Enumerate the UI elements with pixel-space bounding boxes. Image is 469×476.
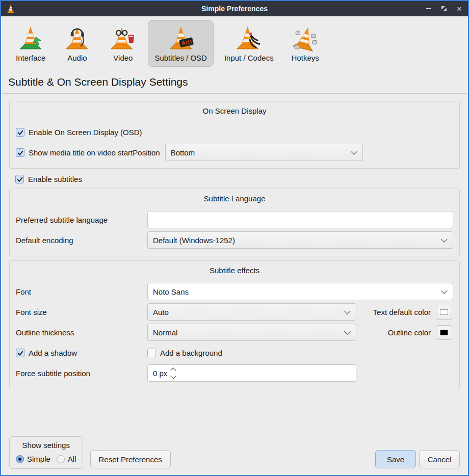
preferred-language-input[interactable] (147, 211, 453, 228)
reset-wrap: Reset Preferences (90, 450, 171, 469)
restore-icon (441, 6, 447, 12)
font-size-select[interactable]: Auto (147, 303, 356, 321)
cancel-button[interactable]: Cancel (419, 450, 460, 468)
osd-groupbox: On Screen Display Enable On Screen Displ… (9, 101, 460, 169)
add-background-label: Add a background (160, 349, 222, 357)
default-encoding-select[interactable]: Default (Windows-1252) (147, 231, 453, 249)
show-media-title-checkbox[interactable]: Show media title on video start (16, 148, 133, 157)
spin-down-icon (171, 373, 176, 379)
outline-color-label: Outline color (388, 328, 431, 337)
add-background-checkbox[interactable]: Add a background (147, 349, 222, 357)
tab-audio[interactable]: Audio (56, 20, 98, 67)
radio-simple-label: Simple (27, 455, 50, 463)
font-size-label: Font size (16, 308, 147, 316)
tab-label: Input / Codecs (224, 54, 274, 62)
tab-subtitles-osd[interactable]: A))) Subtitles / OSD (148, 20, 214, 67)
outline-thickness-row: Outline thickness Normal Outline color (16, 324, 453, 341)
enable-subtitles-label: Enable subtitles (28, 175, 82, 183)
show-media-title-label: Show media title on video start (29, 148, 133, 157)
font-size-row: Font size Auto Text default color (16, 303, 453, 321)
tab-input-codecs[interactable]: Input / Codecs (218, 20, 280, 67)
spin-up-icon (171, 367, 176, 373)
position-select[interactable]: Bottom (165, 144, 363, 161)
position-value: Bottom (171, 148, 349, 157)
tab-label: Video (113, 54, 133, 62)
radio-all[interactable]: All (57, 455, 76, 463)
text-color-picker-button[interactable] (436, 305, 452, 320)
window-controls: ✕ (425, 5, 463, 12)
spinner-arrows[interactable] (171, 368, 175, 378)
tab-label: Hotkeys (292, 54, 319, 62)
position-label: Position (133, 148, 160, 157)
add-shadow-checkbox[interactable]: Add a shadow (16, 349, 147, 357)
page-title: Subtitle & On Screen Display Settings (1, 69, 468, 93)
footer-bar: Show settings Simple All Reset Preferenc… (9, 436, 460, 475)
enable-osd-row: Enable On Screen Display (OSD) (16, 123, 453, 141)
show-settings-radios: Simple All (16, 455, 76, 463)
dialog-actions: Save Cancel (375, 450, 460, 469)
force-position-value: 0 px (153, 369, 167, 378)
chevron-down-icon (441, 287, 448, 294)
show-settings-groupbox: Show settings Simple All (9, 436, 83, 469)
input-codecs-cone-icon (234, 24, 263, 52)
force-position-spinbox[interactable]: 0 px (147, 364, 356, 382)
enable-subtitles-checkbox[interactable]: Enable subtitles (15, 175, 454, 183)
subtitle-language-groupbox: Subtitle Language Preferred subtitle lan… (9, 189, 460, 256)
default-encoding-row: Default encoding Default (Windows-1252) (16, 231, 453, 249)
window-title: Simple Preferences (1, 5, 468, 13)
media-title-row: Show media title on video start Position… (16, 144, 453, 161)
font-label: Font (16, 287, 147, 296)
subtitle-effects-title: Subtitle effects (16, 265, 453, 280)
close-button[interactable]: ✕ (456, 5, 463, 12)
outline-color-picker-button[interactable] (436, 325, 452, 340)
osd-group-title: On Screen Display (16, 105, 453, 120)
force-position-row: Force subtitle position 0 px (16, 364, 453, 382)
text-color-swatch (440, 309, 448, 315)
subtitles-cone-icon: A))) (167, 24, 195, 52)
font-value: Noto Sans (153, 287, 439, 296)
preferred-language-label: Preferred subtitle language (16, 216, 147, 224)
subtitle-effects-groupbox: Subtitle effects Font Noto Sans Font siz… (9, 260, 460, 389)
simple-preferences-window: Simple Preferences ✕ Interface (0, 0, 469, 476)
reset-preferences-button[interactable]: Reset Preferences (90, 450, 171, 468)
content-area: On Screen Display Enable On Screen Displ… (1, 94, 468, 475)
shadow-background-row: Add a shadow Add a background (16, 344, 453, 361)
audio-cone-icon (63, 24, 91, 52)
chevron-down-icon (344, 328, 351, 335)
checkbox-checked-icon (16, 148, 24, 157)
checkbox-checked-icon (15, 175, 24, 183)
font-size-value: Auto (153, 308, 342, 316)
chevron-down-icon (344, 308, 351, 314)
radio-simple[interactable]: Simple (16, 455, 50, 463)
video-cone-icon (109, 24, 137, 52)
font-select[interactable]: Noto Sans (147, 283, 453, 300)
restore-button[interactable] (440, 5, 448, 12)
save-button[interactable]: Save (375, 450, 416, 468)
minimize-button[interactable] (425, 5, 432, 12)
tab-interface[interactable]: Interface (9, 20, 52, 67)
tab-video[interactable]: Video (102, 20, 144, 67)
titlebar: Simple Preferences ✕ (1, 1, 468, 16)
font-row: Font Noto Sans (16, 283, 453, 300)
show-settings-title: Show settings (16, 441, 76, 449)
checkbox-checked-icon (16, 128, 24, 137)
text-default-color-label: Text default color (373, 308, 431, 316)
outline-thickness-select[interactable]: Normal (147, 324, 356, 341)
enable-osd-checkbox[interactable]: Enable On Screen Display (OSD) (16, 128, 142, 137)
add-shadow-label: Add a shadow (29, 349, 77, 357)
interface-cone-icon (16, 24, 45, 52)
preferences-toolbar: Interface Audio (1, 16, 468, 69)
chevron-down-icon (351, 148, 357, 155)
hotkeys-cone-icon (291, 24, 320, 52)
tab-label: Interface (16, 54, 45, 62)
radio-selected-icon (16, 455, 24, 463)
enable-subtitles-row: Enable subtitles (9, 169, 460, 189)
outline-thickness-value: Normal (153, 328, 342, 337)
enable-osd-label: Enable On Screen Display (OSD) (29, 128, 142, 137)
radio-unselected-icon (57, 455, 65, 463)
checkbox-checked-icon (16, 349, 24, 357)
default-encoding-value: Default (Windows-1252) (153, 236, 439, 245)
preferred-language-row: Preferred subtitle language (16, 211, 453, 228)
chevron-down-icon (441, 236, 448, 243)
tab-hotkeys[interactable]: Hotkeys (284, 20, 326, 67)
